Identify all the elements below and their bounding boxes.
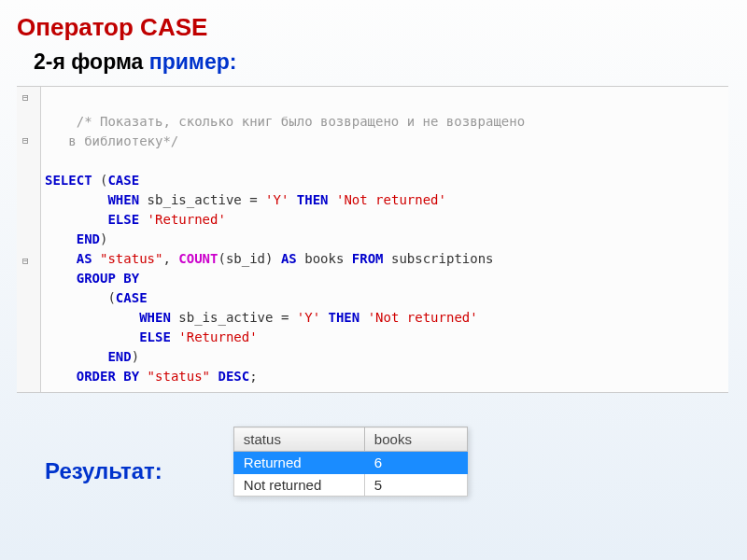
str: 'Y': [265, 192, 289, 207]
kw-as: AS: [77, 251, 92, 266]
table-name: subscriptions: [391, 251, 494, 266]
table-row: Returned 6: [233, 452, 467, 474]
subtitle-part2: пример:: [149, 49, 237, 74]
slide-title: Оператор CASE: [17, 13, 728, 42]
col: sb_is_active: [148, 192, 242, 207]
result-table: status books Returned 6 Not returned 5: [233, 427, 468, 497]
subtitle-part1: 2-я форма: [34, 49, 149, 74]
result-area: Результат: status books Returned 6 Not r…: [17, 427, 728, 497]
cell-status: Returned: [233, 452, 364, 474]
cell-books: 5: [364, 474, 467, 497]
code-comment: /* Показать, сколько книг было возвращен…: [77, 114, 525, 129]
str: 'Returned': [148, 212, 226, 227]
str: 'Not returned': [336, 192, 446, 207]
kw-case: CASE: [116, 290, 148, 305]
result-label: Результат:: [45, 458, 162, 484]
cell-status: Not returned: [233, 474, 364, 497]
cell-books: 6: [364, 452, 467, 474]
kw-when: WHEN: [107, 192, 139, 207]
kw-end: END: [107, 349, 131, 364]
kw-case: CASE: [107, 173, 139, 188]
fold-icon: ⊟: [22, 91, 29, 106]
sql-code-block: ⊟ ⊟ ⊟ /* Показать, сколько книг было воз…: [17, 86, 728, 393]
code-gutter: ⊟ ⊟ ⊟: [17, 87, 41, 392]
slide-subtitle: 2-я форма пример:: [34, 49, 728, 75]
kw-when: WHEN: [139, 310, 171, 325]
str: 'Not returned': [368, 310, 478, 325]
kw-else: ELSE: [139, 329, 171, 344]
kw-as: AS: [281, 251, 297, 266]
code-comment: в библиотеку*/: [45, 133, 178, 148]
alias: "status": [148, 369, 210, 384]
col: sb_id: [226, 251, 265, 266]
kw-from: FROM: [352, 251, 384, 266]
col: sb_is_active: [178, 310, 273, 325]
kw-then: THEN: [297, 192, 329, 207]
kw-groupby: GROUP BY: [77, 271, 139, 286]
table-row: Not returned 5: [233, 474, 467, 497]
table-header-books: books: [364, 427, 467, 452]
kw-desc: DESC: [218, 369, 249, 384]
kw-else: ELSE: [107, 212, 139, 227]
kw-then: THEN: [329, 310, 360, 325]
str: 'Y': [297, 310, 320, 325]
slide: Оператор CASE 2-я форма пример: ⊟ ⊟ ⊟ /*…: [0, 0, 747, 497]
str: 'Returned': [178, 329, 257, 344]
alias: books: [304, 251, 344, 266]
kw-end: END: [77, 231, 100, 246]
alias: "status": [100, 251, 162, 266]
kw-select: SELECT: [45, 173, 92, 188]
fold-icon: ⊟: [22, 254, 29, 270]
kw-orderby: ORDER BY: [77, 369, 139, 384]
func-count: COUNT: [178, 251, 218, 266]
table-header-status: status: [233, 427, 364, 452]
fold-icon: ⊟: [22, 133, 29, 149]
